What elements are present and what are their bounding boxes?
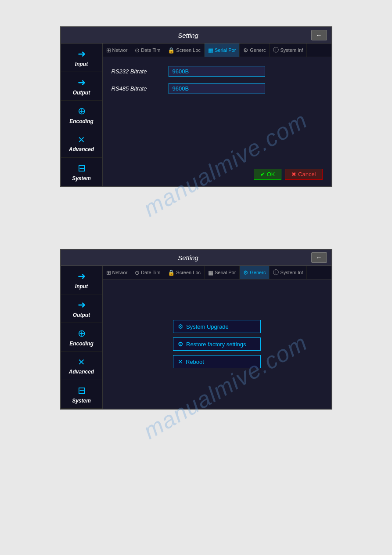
p2-tab-serialport[interactable]: ▦ Serial Por [205,266,240,279]
reboot-button[interactable]: ✕ Reboot [173,355,261,368]
datetime-tab-icon: ⊙ [135,47,140,54]
tab-sysinfo[interactable]: ⓘ System Inf [270,44,307,57]
system-icon: ⊟ [78,163,86,174]
sysinfo-tab-icon: ⓘ [273,46,279,54]
sidebar-item-system[interactable]: ⊟ System [61,158,102,186]
restore-factory-button[interactable]: ⚙ Restore factory settings [173,337,261,351]
sidebar-item-output-label: Output [73,90,90,96]
p2-input-icon: ➜ [78,271,86,282]
p2-sidebar-item-system[interactable]: ⊟ System [61,380,102,409]
tab-serialport[interactable]: ▦ Serial Por [205,44,240,57]
p2-sidebar-item-system-label: System [72,398,91,404]
tab-general[interactable]: ⚙ Generc [240,44,270,57]
panel-2-tab-bar: ⊞ Networ ⊙ Date Tim 🔒 Screen Loc ▦ Seria… [103,266,331,279]
p2-sidebar-item-output-label: Output [73,312,90,318]
system-upgrade-button[interactable]: ⚙ System Upgrade [173,320,261,333]
serialport-tab-icon: ▦ [208,47,213,54]
p2-tab-sysinfo[interactable]: ⓘ System Inf [270,266,307,279]
p2-sidebar-item-input[interactable]: ➜ Input [61,266,102,294]
reboot-label: Reboot [186,359,204,365]
panel-2-header: Setting ← [61,250,331,266]
p2-tab-screenlock[interactable]: 🔒 Screen Loc [164,266,205,279]
rs232-label: RS232 Bitrate [111,68,164,75]
cancel-button[interactable]: ✖ Cancel [285,169,322,180]
p2-datetime-tab-icon: ⊙ [135,269,140,276]
p2-general-tab-icon: ⚙ [243,269,248,276]
rs232-input[interactable] [169,66,265,77]
upgrade-icon: ⚙ [178,323,183,330]
panel-1-form: RS232 Bitrate RS485 Bitrate [103,57,331,169]
reboot-icon: ✕ [178,358,183,365]
p2-sidebar-item-advanced-label: Advanced [69,369,94,375]
network-tab-icon: ⊞ [106,47,111,54]
sidebar-item-input-label: Input [75,61,88,67]
p2-tab-datetime-label: Date Tim [141,270,160,275]
p2-tab-general-label: Generc [250,270,266,275]
panel-2-back-button[interactable]: ← [311,252,327,263]
p2-tab-general[interactable]: ⚙ Generc [240,266,270,279]
sidebar-item-system-label: System [72,175,91,181]
p2-sidebar-item-encoding[interactable]: ⊕ Encoding [61,323,102,352]
p2-sidebar-item-input-label: Input [75,283,88,290]
panel-1-tab-bar: ⊞ Networ ⊙ Date Tim 🔒 Screen Loc ▦ Seria… [103,44,331,57]
panel-2-sidebar: ➜ Input ➜ Output ⊕ Encoding ✕ Advanced ⊟… [61,266,103,409]
tab-sysinfo-label: System Inf [280,47,303,53]
panel-2-content: ⊞ Networ ⊙ Date Tim 🔒 Screen Loc ▦ Seria… [103,266,331,409]
tab-serialport-label: Serial Por [215,47,236,53]
form-row-rs232: RS232 Bitrate [111,66,323,77]
p2-output-icon: ➜ [78,299,86,311]
p2-advanced-icon: ✕ [78,357,85,367]
sidebar-item-encoding-label: Encoding [69,118,94,124]
panel-2: Setting ← ➜ Input ➜ Output ⊕ Encoding ✕ … [60,249,332,410]
p2-tab-screenlock-label: Screen Loc [176,270,201,275]
encoding-icon: ⊕ [78,105,86,117]
rs485-label: RS485 Bitrate [111,85,164,92]
advanced-icon: ✕ [78,134,85,145]
p2-network-tab-icon: ⊞ [106,269,111,276]
panel-1-body: ➜ Input ➜ Output ⊕ Encoding ✕ Advanced ⊟… [61,44,331,186]
p2-system-icon: ⊟ [78,385,86,396]
sidebar-item-input[interactable]: ➜ Input [61,44,102,72]
output-icon: ➜ [78,77,86,88]
restore-factory-label: Restore factory settings [186,341,246,348]
tab-datetime[interactable]: ⊙ Date Tim [131,44,164,57]
p2-tab-network-label: Networ [112,270,128,275]
p2-encoding-icon: ⊕ [78,328,86,339]
tab-network[interactable]: ⊞ Networ [103,44,132,57]
panel-1-title: Setting [65,32,311,39]
p2-sidebar-item-output[interactable]: ➜ Output [61,294,102,323]
form-row-rs485: RS485 Bitrate [111,83,323,94]
panel-1: Setting ← ➜ Input ➜ Output ⊕ Encoding ✕ … [60,26,332,187]
sidebar-item-advanced[interactable]: ✕ Advanced [61,129,102,158]
sidebar-item-advanced-label: Advanced [69,146,94,152]
tab-network-label: Networ [112,47,128,53]
p2-sidebar-item-encoding-label: Encoding [69,341,94,347]
tab-datetime-label: Date Tim [141,47,160,53]
panel-1-sidebar: ➜ Input ➜ Output ⊕ Encoding ✕ Advanced ⊟… [61,44,103,186]
p2-tab-datetime[interactable]: ⊙ Date Tim [131,266,164,279]
panel-2-body: ➜ Input ➜ Output ⊕ Encoding ✕ Advanced ⊟… [61,266,331,409]
panel-2-title: Setting [65,254,311,261]
general-tab-icon: ⚙ [243,47,248,54]
tab-screenlock-label: Screen Loc [176,47,201,53]
p2-tab-network[interactable]: ⊞ Networ [103,266,132,279]
sidebar-item-output[interactable]: ➜ Output [61,72,102,101]
panel-2-actions: ⚙ System Upgrade ⚙ Restore factory setti… [103,279,331,409]
p2-tab-sysinfo-label: System Inf [280,270,303,275]
sidebar-item-encoding[interactable]: ⊕ Encoding [61,101,102,129]
tab-general-label: Generc [250,47,266,53]
tab-screenlock[interactable]: 🔒 Screen Loc [164,44,205,57]
panel-1-back-button[interactable]: ← [311,30,327,40]
p2-serialport-tab-icon: ▦ [208,269,213,276]
restore-icon: ⚙ [178,341,183,348]
panel-1-form-actions: ✔ OK ✖ Cancel [103,169,331,186]
ok-button[interactable]: ✔ OK [254,169,281,180]
screenlock-tab-icon: 🔒 [168,47,175,54]
panel-1-header: Setting ← [61,27,331,44]
p2-screenlock-tab-icon: 🔒 [168,269,175,276]
rs485-input[interactable] [169,83,265,94]
p2-tab-serialport-label: Serial Por [215,270,236,275]
p2-sysinfo-tab-icon: ⓘ [273,268,279,276]
input-icon: ➜ [78,48,86,60]
p2-sidebar-item-advanced[interactable]: ✕ Advanced [61,352,102,380]
